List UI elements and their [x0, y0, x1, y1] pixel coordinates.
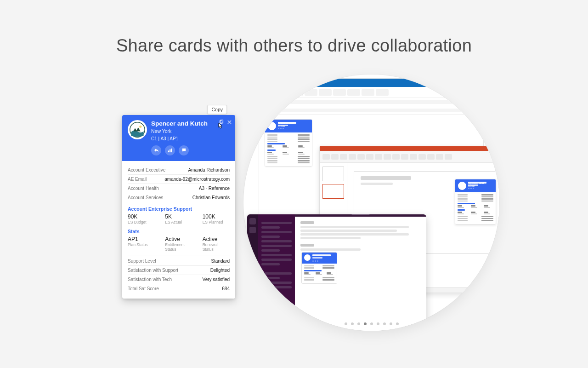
info-value: Very satisfied: [203, 277, 230, 282]
svg-point-5: [139, 126, 141, 128]
svg-rect-6: [168, 151, 169, 153]
info-row: AE Email amanda-92@microstrategy.com: [128, 175, 230, 184]
info-row: Satisfaction with Support Delighted: [128, 266, 230, 275]
card-header: Copy Spencer and Kutch: [122, 115, 235, 161]
info-value: Standard: [211, 259, 230, 264]
reply-button[interactable]: [151, 145, 161, 155]
info-label: Satisfaction with Support: [128, 268, 178, 273]
page-headline: Share cards with others to drive collabo…: [0, 36, 588, 56]
mini-avatar-icon: [268, 122, 276, 130]
info-row: Satisfaction with Tech Very satisfied: [128, 275, 230, 284]
info-label: AE Email: [128, 177, 147, 182]
outlook-subbar: [259, 98, 483, 106]
card-tags: C1 | A3 | AP1: [151, 136, 208, 141]
stat: ActiveRenewal Status: [203, 236, 230, 252]
mini-card-subtitle: New York: [468, 184, 478, 186]
section-title-stats: Stats: [128, 229, 230, 234]
info-value: Amanda Richardson: [188, 167, 230, 172]
section-title-support: Account Enterprise Support: [128, 206, 230, 212]
card-title: Spencer and Kutch: [151, 121, 208, 127]
slack-workspace-icon[interactable]: [249, 227, 256, 233]
stat: ActiveEntitlement Status: [165, 236, 192, 252]
close-icon[interactable]: [227, 118, 232, 123]
chat-button[interactable]: [179, 145, 189, 155]
copy-tooltip: Copy: [207, 105, 227, 114]
ppt-slide-title-placeholder: [361, 176, 411, 180]
carousel-dots[interactable]: [345, 322, 399, 325]
info-value: amanda-92@microstrategy.com: [164, 177, 230, 182]
ppt-thumb-active[interactable]: [322, 184, 344, 199]
outlook-titlebar: [259, 79, 483, 87]
stat: AP1Plan Status: [128, 236, 155, 252]
ppt-pasted-card: Spencer and Kutch New York: [455, 179, 496, 224]
stat: 100KES Planned: [203, 213, 230, 224]
ppt-slide-subtitle-placeholder: [361, 183, 393, 185]
info-row: Total Sat Score 684: [128, 284, 230, 293]
card-subtitle: New York: [151, 128, 208, 134]
info-label: Satisfaction with Tech: [128, 277, 172, 282]
outlook-subbar: [259, 106, 483, 115]
card-body: Account Executive Amanda Richardson AE E…: [122, 161, 235, 299]
svg-rect-8: [171, 149, 172, 152]
info-label: Account Services: [128, 195, 163, 200]
chart-button[interactable]: [165, 145, 175, 155]
stat: 90KES Budget: [128, 213, 155, 224]
info-label: Account Executive: [128, 167, 165, 172]
stat: 5KES Actual: [165, 213, 192, 224]
info-label: Support Level: [128, 259, 156, 264]
info-row: Account Executive Amanda Richardson: [128, 166, 230, 175]
info-row: Account Services Christian Edwards: [128, 193, 230, 202]
svg-rect-0: [220, 121, 222, 123]
slack-rail: [247, 214, 258, 331]
info-value: Christian Edwards: [192, 195, 230, 200]
main-card: Copy Spencer and Kutch: [122, 115, 235, 299]
copy-icon[interactable]: [219, 118, 224, 123]
slack-workspace-icon[interactable]: [249, 218, 256, 224]
ppt-titlebar: [320, 146, 499, 151]
info-value: A3 - Reference: [199, 186, 230, 191]
svg-rect-1: [220, 120, 223, 123]
ppt-ribbon: [320, 151, 499, 163]
info-label: Account Health: [128, 186, 159, 191]
account-avatar: [128, 120, 147, 139]
slack-pasted-card: [301, 252, 337, 284]
info-label: Total Sat Score: [128, 286, 159, 291]
slack-sidebar: [258, 214, 295, 331]
slack-window: [247, 214, 426, 331]
apps-showcase-circle: Spencer and Kutch New York: [243, 75, 499, 331]
mini-card-title: Spencer and Kutch: [278, 122, 296, 124]
info-value: 684: [222, 286, 230, 291]
info-value: Delighted: [210, 268, 230, 273]
info-row: Account Health A3 - Reference: [128, 184, 230, 193]
mini-card-title: Spencer and Kutch: [468, 182, 486, 184]
mini-card-subtitle: New York: [278, 125, 288, 126]
svg-rect-7: [170, 150, 170, 152]
outlook-pasted-card: Spencer and Kutch New York: [265, 119, 312, 167]
mini-avatar-icon: [304, 254, 311, 261]
ppt-thumb[interactable]: [322, 167, 344, 181]
slack-message: [300, 244, 421, 284]
outlook-toolbar: [259, 87, 483, 98]
slack-message: [300, 221, 421, 239]
mini-avatar-icon: [458, 182, 466, 190]
info-row: Support Level Standard: [128, 257, 230, 266]
